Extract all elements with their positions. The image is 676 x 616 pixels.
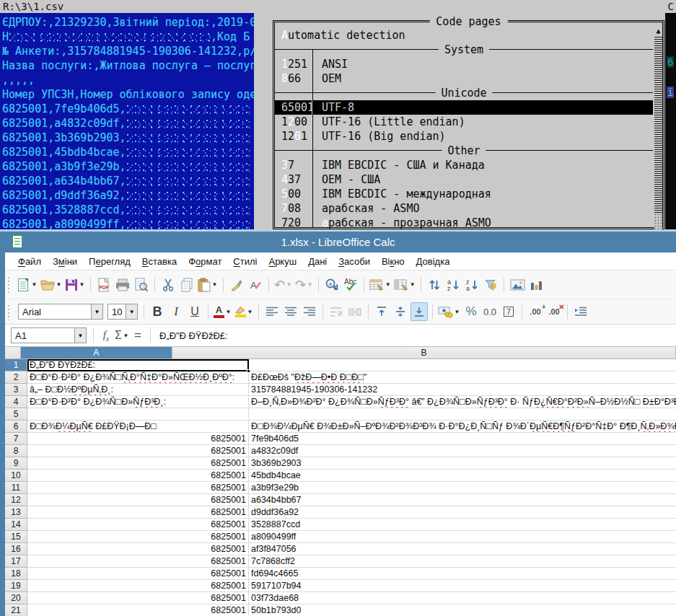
row-header-14[interactable]: 14 <box>5 519 27 531</box>
row-header-6[interactable]: 6 <box>5 421 27 433</box>
row-header-11[interactable]: 11 <box>5 482 27 494</box>
cell-A3[interactable]: â„– Ð□Ð½ÐºÐµÑ‚Ð¸: <box>27 384 249 396</box>
name-box[interactable]: A1 ▼ <box>11 327 87 343</box>
row-header-8[interactable]: 8 <box>5 445 27 457</box>
cell-B15[interactable]: a8090499ff <box>249 531 676 543</box>
cell-A7[interactable]: 6825001 <box>27 433 249 445</box>
align-left-button[interactable] <box>263 302 281 321</box>
row-header-16[interactable]: 16 <box>5 543 27 555</box>
row-header-9[interactable]: 9 <box>5 457 27 470</box>
cell-B1[interactable] <box>249 359 676 371</box>
cell-A11[interactable]: 6825001 <box>27 482 249 494</box>
cell-A21[interactable]: 6825001 <box>27 604 249 616</box>
scrollbar-track[interactable] <box>654 37 662 214</box>
cell-A9[interactable]: 6825001 <box>27 457 249 470</box>
cell-B8[interactable]: a4832c09df <box>249 445 676 457</box>
row-header-21[interactable]: 21 <box>5 604 27 616</box>
center-vertically-button[interactable] <box>392 302 409 321</box>
menu-item-7[interactable]: Дані <box>302 252 333 270</box>
insert-image-button[interactable] <box>509 276 526 294</box>
menu-item-8[interactable]: Засоби <box>333 252 376 270</box>
cell-A6[interactable]: Ð□Ð¾Ð¼ÐµÑ€ Ð£ÐŸÐ¡Ð—Ð□ <box>27 421 249 433</box>
autofilter-button[interactable] <box>482 276 499 294</box>
codepage-item[interactable]: 708арабская - ASMO <box>275 201 653 216</box>
row-header-7[interactable]: 7 <box>5 433 27 445</box>
codepage-item[interactable]: 65001UTF-8 <box>275 100 653 115</box>
cell-B17[interactable]: 7c7868cff2 <box>249 555 676 568</box>
font-color-button[interactable]: A▼ <box>213 302 232 321</box>
cell-B19[interactable]: 5917107b94 <box>249 580 676 592</box>
cell-B13[interactable]: d9ddf36a92 <box>249 506 676 519</box>
undo-button[interactable]: ↶▼ <box>273 276 293 294</box>
row-button[interactable]: ▼ <box>369 276 392 294</box>
add-decimal-button[interactable]: .00+ <box>527 302 544 321</box>
cell-B18[interactable]: fd694c4665 <box>249 568 676 580</box>
save-dropdown-icon[interactable]: ▼ <box>79 281 85 288</box>
column-header-B[interactable]: B <box>172 347 676 359</box>
font-color-dropdown-icon[interactable]: ▼ <box>225 309 232 315</box>
row-dropdown-icon[interactable]: ▼ <box>385 281 391 288</box>
align-bottom-button[interactable] <box>411 302 428 321</box>
highlight-color-button[interactable]: ▼ <box>234 302 254 321</box>
row-header-13[interactable]: 13 <box>5 506 27 519</box>
cell-B6[interactable]: Ð□Ð¾Ð¼ÐµÑ€ Ð¾Ð±Ð»Ñ–ÐºÐ¾Ð²Ð¾Ð³Ð¾ Ð·Ð°Ð¿Ð¸… <box>249 421 676 433</box>
align-center-button[interactable] <box>282 302 299 321</box>
cell-B21[interactable]: 50b1b793d0 <box>249 604 676 616</box>
redo-dropdown-icon[interactable]: ▼ <box>307 281 313 288</box>
cell-A13[interactable]: 6825001 <box>27 506 249 519</box>
print-preview-button[interactable] <box>133 276 150 294</box>
cell-B10[interactable]: 45bdb4bcae <box>249 470 676 482</box>
codepage-item[interactable]: 866OEM <box>275 71 653 86</box>
codepage-item[interactable]: 720арабская - прозрачная ASMO <box>275 216 653 230</box>
italic-button[interactable]: I <box>167 302 185 321</box>
codepage-item[interactable]: 500IBM EBCDIC - международная <box>275 187 653 201</box>
sort-button[interactable] <box>426 276 443 294</box>
format-currency-button[interactable]: ▼ <box>437 302 461 321</box>
cell-B9[interactable]: 3b369b2903 <box>249 457 676 470</box>
font-name-dropdown[interactable]: ▼ <box>91 304 102 319</box>
row-header-12[interactable]: 12 <box>5 494 27 506</box>
row-header-19[interactable]: 19 <box>5 580 27 592</box>
bold-button[interactable]: B <box>149 302 166 321</box>
codepage-item[interactable]: 1201UTF-16 (Big endian) <box>275 129 653 144</box>
row-header-17[interactable]: 17 <box>5 555 27 568</box>
row-header-2[interactable]: 2 <box>5 371 27 384</box>
menu-item-10[interactable]: Довідка <box>411 252 456 270</box>
cell-B11[interactable]: a3b9f3e29b <box>249 482 676 494</box>
insert-chart-button[interactable] <box>527 276 545 294</box>
sort-descending-button[interactable]: za <box>463 276 480 294</box>
codepage-item[interactable]: 437OEM - США <box>275 172 653 187</box>
cell-B12[interactable]: a634b4bb67 <box>249 494 676 506</box>
dialog-scrollbar[interactable]: ▲ <box>654 27 663 229</box>
cell-B20[interactable]: 03f73dae68 <box>249 592 676 604</box>
codepage-item[interactable]: 37IBM EBCDIC - США и Канада <box>275 158 653 172</box>
sort-ascending-button[interactable]: az <box>444 276 462 294</box>
codepage-item-automatic-detection[interactable]: Automatic detection <box>275 28 653 43</box>
row-header-15[interactable]: 15 <box>5 531 27 543</box>
underline-button[interactable]: U <box>186 302 203 321</box>
clear-formatting-button[interactable]: A <box>247 276 264 294</box>
redo-button[interactable]: ↷▼ <box>294 276 314 294</box>
wrap-text-button[interactable] <box>328 302 345 321</box>
cut-button[interactable] <box>159 276 177 294</box>
cell-A14[interactable]: 6825001 <box>27 519 249 531</box>
scroll-up-icon[interactable]: ▲ <box>654 27 663 35</box>
undo-dropdown-icon[interactable]: ▼ <box>286 281 292 288</box>
select-all-corner[interactable] <box>5 347 21 359</box>
cell-B3[interactable]: 315784881945-190306-141232 <box>249 384 676 396</box>
font-size-combo[interactable]: 10▼ <box>107 304 138 320</box>
cell-A20[interactable]: 6825001 <box>27 592 249 604</box>
cell-A10[interactable]: 6825001 <box>27 470 249 482</box>
open-button[interactable]: ▼ <box>40 276 63 294</box>
cell-B2[interactable]: Ð£ÐœÐš "ÐžÐ—Ð•Ð Ð□Ð□" <box>249 371 676 384</box>
formula-input-line[interactable]: Ð„Ð”Ð ÐŸÐžÐ£: <box>155 330 676 341</box>
cell-A5[interactable] <box>27 408 249 421</box>
name-box-dropdown[interactable]: ▼ <box>74 328 86 343</box>
cell-A12[interactable]: 6825001 <box>27 494 249 506</box>
cell-A8[interactable]: 6825001 <box>27 445 249 457</box>
row-header-1[interactable]: 1 <box>5 359 27 371</box>
format-date-button[interactable]: 7 <box>500 302 517 321</box>
menu-item-2[interactable]: Перегляд <box>83 252 136 270</box>
print-button[interactable] <box>114 276 131 294</box>
cell-A4[interactable]: Ð□Ð°Ð·Ð²Ð° Ð¿Ð¾Ñ□Ð»ÑƒÐ³Ð¸: <box>27 396 249 408</box>
